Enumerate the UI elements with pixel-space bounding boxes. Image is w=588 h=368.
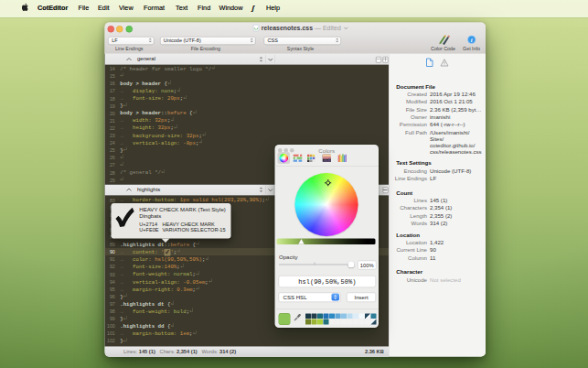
svg-text:i: i	[471, 37, 473, 43]
